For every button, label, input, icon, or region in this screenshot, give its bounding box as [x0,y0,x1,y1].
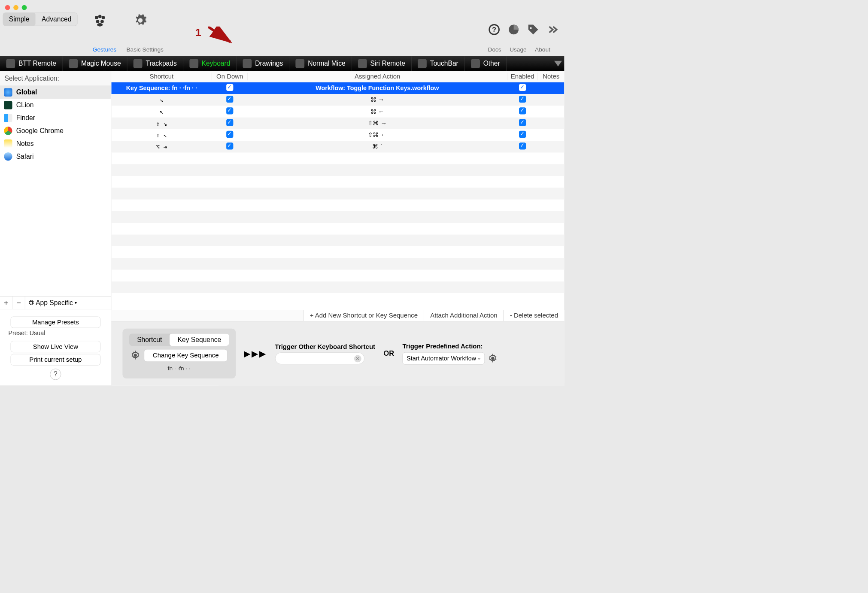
table-row-empty [111,223,564,234]
manage-presets-button[interactable]: Manage Presets [11,317,100,328]
gear-icon[interactable] [488,354,498,363]
print-setup-button[interactable]: Print current setup [11,354,100,366]
gestures-label[interactable]: Gestures [93,46,116,53]
app-specific-dropdown[interactable]: App Specific▾ [25,299,111,306]
seg-shortcut[interactable]: Shortcut [129,333,170,346]
svg-point-12 [134,354,137,357]
table-row[interactable]: ↖⌘ ← [111,106,564,117]
nav-overflow-icon[interactable] [554,61,562,66]
select-application-header: Select Application: [0,71,111,86]
table-row-empty [111,270,564,281]
shortcuts-table-area: Shortcut On Down Assigned Action Enabled… [111,71,564,386]
annotation-1-arrow [208,27,239,46]
svg-point-0 [95,16,98,19]
nav-trackpads[interactable]: Trackpads [127,56,183,71]
col-assigned[interactable]: Assigned Action [248,73,507,81]
annotation-1-number: 1 [195,27,201,39]
svg-point-4 [100,20,104,23]
help-button[interactable]: ? [50,369,61,380]
table-row-empty [111,164,564,176]
gestures-icon[interactable] [92,12,107,28]
table-row-empty [111,188,564,199]
docs-link[interactable]: Docs [488,46,501,53]
add-app-button[interactable]: + [0,296,12,309]
app-notes[interactable]: Notes [0,137,111,150]
delete-selected-button[interactable]: - Delete selected [504,310,564,321]
table-row-empty [111,153,564,164]
table-row-empty [111,200,564,211]
gear-icon[interactable] [131,351,140,360]
table-row-empty [111,235,564,246]
col-enabled[interactable]: Enabled [507,73,538,81]
mode-advanced[interactable]: Advanced [36,12,78,26]
clear-icon[interactable]: ✕ [354,355,361,362]
trigger-type-nav: BTT RemoteMagic MouseTrackpadsKeyboardDr… [0,56,564,71]
basic-settings-label[interactable]: Basic Settings [126,46,164,53]
mode-simple[interactable]: Simple [3,12,36,26]
nav-keyboard[interactable]: Keyboard [183,56,237,71]
key-sequence-display: fn · ·fn · · [168,365,191,372]
tag-icon[interactable] [528,24,539,35]
svg-point-2 [101,16,105,19]
svg-text:?: ? [492,26,496,33]
nav-siri-remote[interactable]: Siri Remote [352,56,412,71]
table-body[interactable]: Key Sequence: fn · ·fn · ·Workflow: Togg… [111,82,564,310]
mode-segment[interactable]: Simple Advanced [3,12,78,26]
chevrons-icon[interactable] [547,24,558,35]
remove-app-button[interactable]: − [12,296,25,309]
col-shortcut[interactable]: Shortcut [111,73,212,81]
stats-icon[interactable] [508,24,519,35]
svg-point-3 [96,20,99,23]
or-label: OR [384,349,394,357]
app-google-chrome[interactable]: Google Chrome [0,124,111,137]
nav-magic-mouse[interactable]: Magic Mouse [63,56,127,71]
nav-normal-mice[interactable]: Normal Mice [289,56,352,71]
app-safari[interactable]: Safari [0,150,111,163]
table-action-bar: + Add New Shortcut or Key Sequence Attac… [111,310,564,321]
table-row[interactable]: ⇧ ↘⇧⌘ → [111,118,564,129]
table-header: Shortcut On Down Assigned Action Enabled… [111,71,564,82]
add-shortcut-button[interactable]: + Add New Shortcut or Key Sequence [303,310,424,321]
application-list: GlobalCLionFinderGoogle ChromeNotesSafar… [0,86,111,296]
table-row[interactable]: ↘⌘ → [111,94,564,106]
trigger-other-label: Trigger Other Keyboard Shortcut [275,343,375,351]
app-finder[interactable]: Finder [0,112,111,124]
nav-touchbar[interactable]: TouchBar [412,56,465,71]
attach-action-button[interactable]: Attach Additional Action [424,310,504,321]
table-row-empty [111,281,564,293]
app-global[interactable]: Global [0,86,111,99]
trigger-other-input[interactable]: ✕ [275,352,364,364]
app-clion[interactable]: CLion [0,99,111,112]
nav-btt-remote[interactable]: BTT Remote [0,56,63,71]
change-key-sequence-button[interactable]: Change Key Sequence [144,349,228,361]
basic-settings-icon[interactable] [133,12,148,28]
shortcut-mode-segment[interactable]: Shortcut Key Sequence [129,333,229,346]
table-row[interactable]: ⌥ ⇥⌘ ` [111,141,564,152]
show-live-view-button[interactable]: Show Live View [11,341,100,352]
table-row-empty [111,246,564,258]
table-row-empty [111,258,564,269]
table-row[interactable]: Key Sequence: fn · ·fn · ·Workflow: Togg… [111,82,564,94]
gear-icon [28,300,34,306]
predefined-action-label: Trigger Predefined Action: [402,342,498,350]
editor-panel: Shortcut Key Sequence Change Key Sequenc… [111,321,564,386]
nav-other[interactable]: Other [465,56,507,71]
help-icon[interactable]: ? [489,24,500,35]
svg-line-9 [208,27,230,42]
col-notes[interactable]: Notes [538,73,565,81]
seg-keysequence[interactable]: Key Sequence [170,333,229,346]
nav-drawings[interactable]: Drawings [237,56,289,71]
table-row-empty [111,211,564,223]
app-sidebar: Select Application: GlobalCLionFinderGoo… [0,71,111,386]
preset-label: Preset: Usual [9,330,106,337]
svg-point-5 [97,23,103,27]
col-ondown[interactable]: On Down [212,73,247,81]
usage-link[interactable]: Usage [510,46,526,53]
flow-arrows-icon: ▶▶▶ [244,348,267,358]
about-link[interactable]: About [535,46,550,53]
svg-point-13 [491,357,494,360]
table-row-empty [111,176,564,188]
predefined-action-select[interactable]: Start Automator Workflow [402,352,485,365]
header-area: Simple Advanced Gestures Basic Settings … [0,0,564,56]
table-row[interactable]: ⇧ ↖⇧⌘ ← [111,129,564,141]
